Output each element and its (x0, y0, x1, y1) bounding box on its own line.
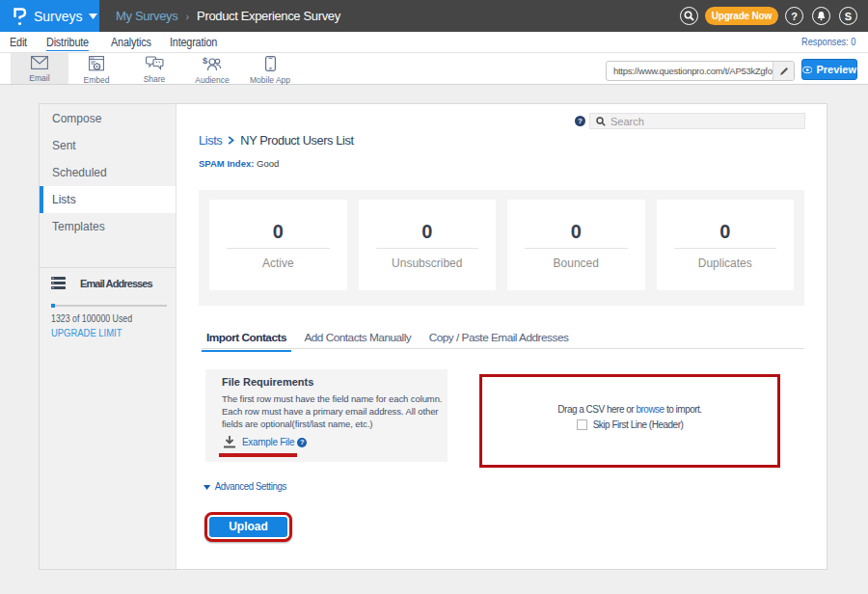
svg-text:$: $ (203, 56, 208, 66)
